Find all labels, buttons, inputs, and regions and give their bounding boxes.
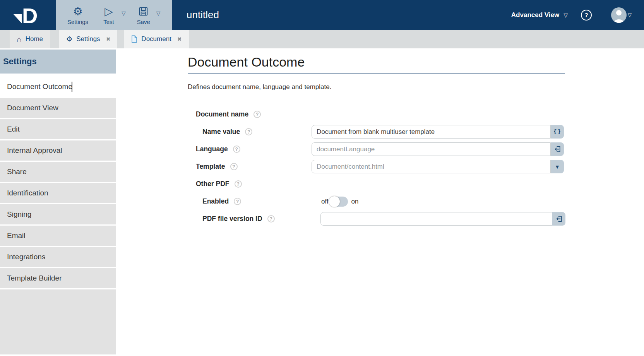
test-button[interactable]: ▷ Test	[99, 5, 119, 25]
main-content: Document Outcome Defines document name, …	[116, 48, 644, 356]
sidebar-item-label: Signing	[7, 210, 31, 219]
row-language: Language ?	[188, 140, 644, 158]
field-label-enabled: Enabled	[202, 197, 229, 205]
close-icon[interactable]: ✖	[177, 36, 182, 42]
help-icon[interactable]: ?	[245, 128, 252, 135]
row-other-pdf: Other PDF ?	[188, 175, 644, 193]
import-icon	[554, 145, 561, 153]
user-icon	[611, 7, 627, 23]
help-icon[interactable]: ?	[253, 111, 261, 118]
field-label-name-value: Name value	[202, 128, 240, 136]
sidebar-item-label: Share	[7, 168, 27, 176]
field-label-document-name: Document name	[196, 110, 248, 118]
document-title: untitled	[187, 9, 219, 21]
tab-bar: ⌂ Home ⚙ Settings ✖ Document ✖	[0, 30, 644, 48]
help-icon[interactable]: ?	[235, 180, 242, 188]
svg-text:D: D	[22, 5, 38, 26]
gear-icon: ⚙	[66, 36, 72, 43]
sidebar-item-label: Identification	[7, 189, 48, 197]
toggle-knob	[329, 196, 340, 207]
main-toolbar: ⚙ Settings ▷ Test ▽	[56, 0, 172, 30]
body: Settings Document Outcome Document View …	[0, 48, 644, 356]
chevron-down-icon: ▽	[564, 12, 568, 18]
tab-settings-label: Settings	[76, 35, 100, 43]
sidebar-item-edit[interactable]: Edit	[0, 119, 116, 139]
language-pick-button[interactable]	[551, 142, 564, 156]
sidebar-item-template-builder[interactable]: Template Builder	[0, 268, 116, 288]
save-button-label: Save	[137, 19, 150, 25]
template-input[interactable]	[312, 160, 551, 173]
name-value-input[interactable]	[312, 125, 551, 139]
view-mode-dropdown[interactable]: Advanced View ▽	[511, 11, 568, 19]
sidebar-item-signing[interactable]: Signing	[0, 204, 116, 224]
close-icon[interactable]: ✖	[106, 36, 111, 42]
tab-home[interactable]: ⌂ Home	[10, 30, 50, 48]
tab-home-label: Home	[26, 35, 43, 43]
sidebar-heading: Settings	[0, 50, 116, 74]
help-icon[interactable]: ?	[234, 198, 241, 205]
sidebar-item-label: Email	[7, 231, 26, 240]
page-subtitle: Defines document name, language and temp…	[188, 83, 644, 91]
document-icon	[131, 35, 137, 43]
settings-sidebar: Settings Document Outcome Document View …	[0, 48, 116, 356]
play-icon: ▷	[104, 5, 113, 18]
help-icon[interactable]: ?	[233, 145, 240, 153]
sidebar-item-label: Document Outcome	[7, 82, 72, 91]
home-icon: ⌂	[17, 35, 22, 43]
save-button-group: Save ▽	[134, 5, 161, 25]
help-icon[interactable]: ?	[230, 163, 238, 170]
test-button-group: ▷ Test ▽	[99, 5, 126, 25]
row-document-name: Document name ?	[188, 106, 644, 123]
sidebar-item-integrations[interactable]: Integrations	[0, 247, 116, 267]
enabled-toggle[interactable]	[329, 197, 348, 207]
pdf-file-version-id-input[interactable]	[320, 212, 552, 226]
test-dropdown-caret[interactable]: ▽	[122, 10, 126, 25]
row-enabled: Enabled ? off on	[188, 193, 644, 210]
sidebar-item-label: Edit	[7, 125, 20, 134]
field-label-pdf-file-version-id: PDF file version ID	[202, 215, 262, 223]
row-name-value: Name value ? {}	[188, 123, 644, 140]
sidebar-item-internal-approval[interactable]: Internal Approval	[0, 140, 116, 161]
avatar[interactable]	[611, 7, 627, 23]
app-header: D ⚙ Settings ▷ Test ▽	[0, 0, 644, 30]
help-icon[interactable]: ?	[267, 215, 275, 222]
app-logo: D	[0, 0, 56, 30]
view-mode-label: Advanced View	[511, 11, 559, 19]
save-dropdown-caret[interactable]: ▽	[156, 10, 161, 25]
sidebar-item-email[interactable]: Email	[0, 226, 116, 246]
template-dropdown-button[interactable]: ▼	[551, 160, 564, 173]
app-window: D ⚙ Settings ▷ Test ▽	[0, 0, 644, 356]
sidebar-item-document-outcome[interactable]: Document Outcome	[0, 77, 116, 97]
field-label-other-pdf: Other PDF	[196, 180, 230, 188]
save-icon	[138, 5, 149, 18]
pdf-version-pick-button[interactable]	[552, 212, 565, 226]
sidebar-item-share[interactable]: Share	[0, 162, 116, 182]
import-icon	[555, 215, 563, 222]
tab-document[interactable]: Document ✖	[124, 30, 188, 48]
sidebar-item-label: Integrations	[7, 253, 45, 261]
save-button[interactable]: Save	[134, 5, 154, 25]
expression-braces-button[interactable]: {}	[551, 125, 564, 139]
settings-button-label: Settings	[67, 19, 88, 25]
sidebar-item-identification[interactable]: Identification	[0, 183, 116, 203]
header-right: Advanced View ▽ ? ▽	[511, 0, 632, 30]
page-title: Document Outcome	[188, 54, 565, 74]
row-template: Template ? ▼	[188, 158, 644, 175]
toggle-off-label: off	[321, 198, 329, 205]
field-label-language: Language	[196, 145, 228, 153]
dropdown-icon: ▼	[555, 164, 560, 169]
tab-settings[interactable]: ⚙ Settings ✖	[59, 30, 117, 48]
help-button[interactable]: ?	[581, 10, 592, 21]
tab-document-label: Document	[141, 35, 171, 43]
braces-icon: {}	[553, 128, 561, 135]
sidebar-item-document-view[interactable]: Document View	[0, 98, 116, 118]
gear-icon: ⚙	[73, 5, 82, 18]
user-menu-caret[interactable]: ▽	[628, 12, 632, 18]
sidebar-filler	[0, 289, 116, 354]
language-input[interactable]	[312, 142, 551, 156]
toggle-on-label: on	[351, 198, 359, 205]
field-label-template: Template	[196, 163, 225, 171]
settings-button[interactable]: ⚙ Settings	[65, 5, 91, 25]
test-button-label: Test	[103, 19, 114, 25]
row-pdf-file-version-id: PDF file version ID ?	[188, 210, 644, 228]
